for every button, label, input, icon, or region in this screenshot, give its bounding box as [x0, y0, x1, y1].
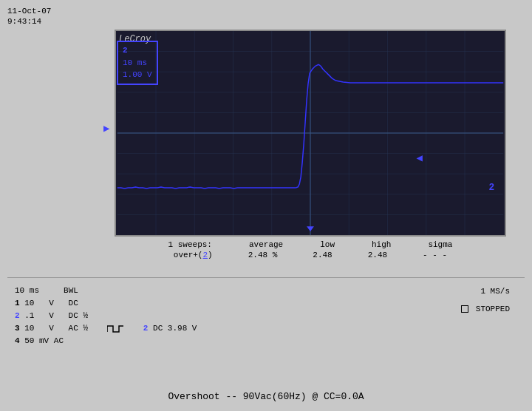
stopped-label: STOPPED [476, 305, 510, 313]
stats-area: 1 sweeps: average low high sigma over+(2… [115, 240, 506, 259]
sample-rate-status: 1 MS/s STOPPED [461, 285, 510, 317]
bwl-label: BWL [64, 286, 78, 295]
sample-rate: 1 MS/s [461, 285, 510, 299]
low-val: 2.48 [313, 251, 332, 259]
scope-screen: LeCroy [115, 30, 506, 237]
ch2-dc-value: DC 3.98 V [148, 324, 197, 333]
channel-voltage: 1.00 V [123, 69, 152, 81]
over-label: over+(2) [174, 251, 213, 259]
datetime-display: 11-Oct-07 9:43:14 [7, 6, 51, 27]
channel-number: 2 [123, 44, 152, 57]
chart-title: Overshoot -- 90Vac(60Hz) @ CC=0.0A [0, 391, 532, 402]
left-arrow-marker: ▶ [103, 122, 109, 135]
main-container: 11-Oct-07 9:43:14 ▶ 2 10 ms 1.00 V LeCro… [0, 0, 532, 411]
ch3-row: 3 10 V AC ½ 2 DC 3.98 V [15, 322, 197, 335]
stopped-indicator-box [461, 305, 468, 313]
svg-text:2: 2 [489, 182, 495, 193]
ch3-settings: 3 10 V AC ½ [15, 324, 88, 333]
channel-info-box: 2 10 ms 1.00 V [117, 41, 158, 85]
channel-timebase: 10 ms [123, 57, 152, 69]
status-display: STOPPED [461, 302, 510, 317]
ch4-settings: 4 50 mV AC [15, 336, 64, 345]
ch2-settings-text: .1 V DC ½ [20, 311, 88, 320]
divider [7, 277, 525, 278]
ch1-settings: 1 10 V DC [15, 299, 78, 308]
high-col-header: high [372, 240, 391, 249]
right-arrow-marker: ◀ [417, 152, 423, 164]
average-col-header: average [249, 240, 283, 249]
ch2-row: 2 .1 V DC ½ [15, 310, 197, 322]
ch4-row: 4 50 mV AC [15, 335, 197, 347]
square-wave-icon [107, 323, 123, 333]
high-val: 2.48 [368, 251, 387, 259]
average-val: 2.48 % [248, 251, 278, 259]
timebase-bwl-row: 10 ms BWL [15, 285, 197, 297]
ch1-row: 1 10 V DC [15, 297, 197, 310]
sigma-col-header: sigma [428, 240, 452, 249]
title-text: Overshoot -- 90Vac(60Hz) @ CC=0.0A [168, 391, 364, 402]
timebase-val: 10 ms [15, 286, 39, 295]
ch2-settings: 2 [15, 311, 20, 320]
time-label: 9:43:14 [7, 16, 51, 27]
waveform-display: 2 [116, 31, 505, 235]
sigma-val: - - - [423, 251, 447, 259]
sweeps-label: 1 sweeps: [168, 240, 212, 249]
low-col-header: low [320, 240, 335, 249]
svg-marker-20 [307, 226, 314, 231]
date-label: 11-Oct-07 [7, 6, 51, 16]
channel-settings: 10 ms BWL 1 10 V DC 2 .1 V DC ½ 3 10 V A… [15, 285, 197, 347]
